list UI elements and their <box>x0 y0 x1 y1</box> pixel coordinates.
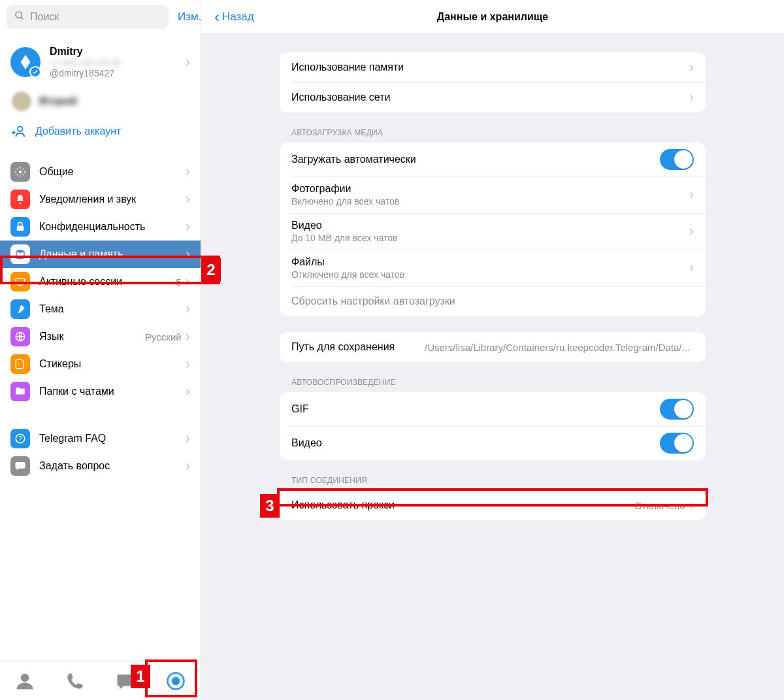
search-icon <box>14 10 25 24</box>
row-reset-autodownload[interactable]: Сбросить настройки автозагрузки <box>280 286 706 316</box>
back-button[interactable]: ‹ Назад <box>214 9 254 25</box>
sidebar-item-label: Активные сессии <box>39 276 176 288</box>
annotation-number-2: 2 <box>201 258 221 282</box>
sidebar-item-value: 5 <box>176 276 181 288</box>
brush-icon <box>10 299 30 319</box>
annotation-number-3: 3 <box>260 494 280 518</box>
sidebar-item-gear[interactable]: Общие› <box>0 158 201 186</box>
chevron-right-icon: › <box>186 246 190 263</box>
main-header: ‹ Назад Данные и хранилище <box>201 0 784 34</box>
chevron-right-icon: › <box>689 59 694 76</box>
svg-point-13 <box>22 363 23 364</box>
sidebar-item-label: Тема <box>39 303 186 315</box>
profile-handle: @dmitry185427 <box>50 68 186 78</box>
row-autoplay-video[interactable]: Видео <box>280 426 706 460</box>
chevron-right-icon: › <box>186 383 190 400</box>
save-path-value: /Users/lisa/Library/Containers/ru.keepco… <box>425 342 690 353</box>
row-title: Файлы <box>291 256 689 268</box>
sidebar-item-faq[interactable]: ?Telegram FAQ› <box>0 425 201 452</box>
connection-group: Использовать прокси Отключено › <box>280 490 706 520</box>
search-input[interactable] <box>30 11 161 23</box>
row-title: Использовать прокси <box>291 499 634 511</box>
row-sub: Отключено для всех чатов <box>291 269 689 280</box>
svg-point-12 <box>18 363 20 364</box>
profile-name: Dmitry <box>50 46 186 58</box>
chat-icon <box>10 456 30 476</box>
row-title: Загружать автоматически <box>291 154 660 165</box>
sidebar-item-label: Конфиденциальность <box>39 221 186 233</box>
chevron-right-icon: › <box>689 89 694 106</box>
sidebar-item-label: Задать вопрос <box>39 460 186 472</box>
lock-icon <box>10 217 30 237</box>
row-network-usage[interactable]: Использование сети › <box>280 82 706 112</box>
row-auto-download[interactable]: Загружать автоматически <box>280 142 706 176</box>
chevron-right-icon: › <box>186 430 190 447</box>
profile-section: Dmitry +7 900 000 00 00 @dmitry185427 › … <box>0 34 201 145</box>
sidebar-item-brush[interactable]: Тема› <box>0 295 201 323</box>
group-header-autodownload: АВТОЗАГРУЗКА МЕДИА <box>280 128 706 142</box>
row-photos[interactable]: Фотографии Включено для всех чатов › <box>280 176 706 213</box>
row-videos[interactable]: Видео До 10 MB для всех чатов › <box>280 213 706 250</box>
svg-point-18 <box>172 678 179 684</box>
sidebar-item-label: Стикеры <box>39 358 186 370</box>
row-memory-usage[interactable]: Использование памяти › <box>280 52 706 82</box>
second-account-row[interactable]: Второй <box>0 85 201 118</box>
chevron-right-icon: › <box>689 223 694 240</box>
bell-icon <box>10 190 30 209</box>
row-gif[interactable]: GIF <box>280 392 706 426</box>
row-title: Сбросить настройки автозагрузки <box>291 295 694 307</box>
sidebar-item-label: Папки с чатами <box>39 386 186 397</box>
content-scroll[interactable]: Использование памяти › Использование сет… <box>201 34 784 700</box>
page-title: Данные и хранилище <box>201 11 784 23</box>
add-account-button[interactable]: Добавить аккаунт <box>0 118 201 145</box>
search-box[interactable] <box>7 5 169 29</box>
chevron-right-icon: › <box>186 458 190 475</box>
sidebar-item-globe[interactable]: ЯзыкРусский› <box>0 323 201 350</box>
globe-icon <box>10 327 30 346</box>
main-panel: ‹ Назад Данные и хранилище Использование… <box>201 0 784 700</box>
chevron-right-icon: › <box>186 191 190 208</box>
tab-settings[interactable] <box>160 665 191 697</box>
proxy-value: Отключено <box>634 500 685 511</box>
profile-avatar <box>10 47 41 77</box>
sessions-icon <box>10 272 30 292</box>
chevron-right-icon: › <box>186 54 190 71</box>
row-title: GIF <box>291 403 660 415</box>
autoplay-group: GIF Видео <box>280 392 706 460</box>
row-title: Видео <box>291 437 660 449</box>
add-account-label: Добавить аккаунт <box>35 125 121 137</box>
group-header-autoplay: АВТОВОСПРОИЗВЕДЕНИЕ <box>280 378 706 392</box>
group-header-connection: ТИП СОЕДИНЕНИЯ <box>280 476 706 490</box>
sidebar-item-storage[interactable]: Данные и память› <box>0 241 201 268</box>
row-use-proxy[interactable]: Использовать прокси Отключено › <box>280 490 706 520</box>
toggle-autoplay-video[interactable] <box>660 433 694 454</box>
chevron-right-icon: › <box>186 163 190 180</box>
svg-point-16 <box>21 673 29 682</box>
avatar <box>12 92 31 111</box>
tab-contacts[interactable] <box>9 665 41 697</box>
svg-point-0 <box>16 12 22 18</box>
chevron-right-icon: › <box>186 301 190 318</box>
row-title: Видео <box>291 220 689 231</box>
chevron-left-icon: ‹ <box>214 9 220 25</box>
sidebar-item-chat[interactable]: Задать вопрос› <box>0 452 201 480</box>
tab-calls[interactable] <box>59 665 91 697</box>
sidebar-item-sticker[interactable]: Стикеры› <box>0 350 201 378</box>
sidebar-item-sessions[interactable]: Активные сессии5› <box>0 268 201 295</box>
verified-badge-icon <box>29 66 41 78</box>
sidebar-item-label: Данные и память <box>39 248 186 260</box>
toggle-gif[interactable] <box>660 399 694 420</box>
profile-phone: +7 900 000 00 00 <box>50 58 186 68</box>
chevron-right-icon: › <box>689 497 694 514</box>
row-save-path[interactable]: Путь для сохранения /Users/lisa/Library/… <box>280 332 706 362</box>
row-files[interactable]: Файлы Отключено для всех чатов › <box>280 250 706 286</box>
chevron-right-icon: › <box>689 186 694 203</box>
sidebar-item-bell[interactable]: Уведомления и звук› <box>0 186 201 213</box>
profile-row[interactable]: Dmitry +7 900 000 00 00 @dmitry185427 › <box>0 39 201 85</box>
sidebar-item-value: Русский <box>145 331 182 342</box>
folder-icon <box>10 382 30 401</box>
toggle-auto-download[interactable] <box>660 149 694 170</box>
row-title: Путь для сохранения <box>291 341 395 353</box>
sidebar-item-lock[interactable]: Конфиденциальность› <box>0 213 201 241</box>
sidebar-item-folder[interactable]: Папки с чатами› <box>0 378 201 405</box>
